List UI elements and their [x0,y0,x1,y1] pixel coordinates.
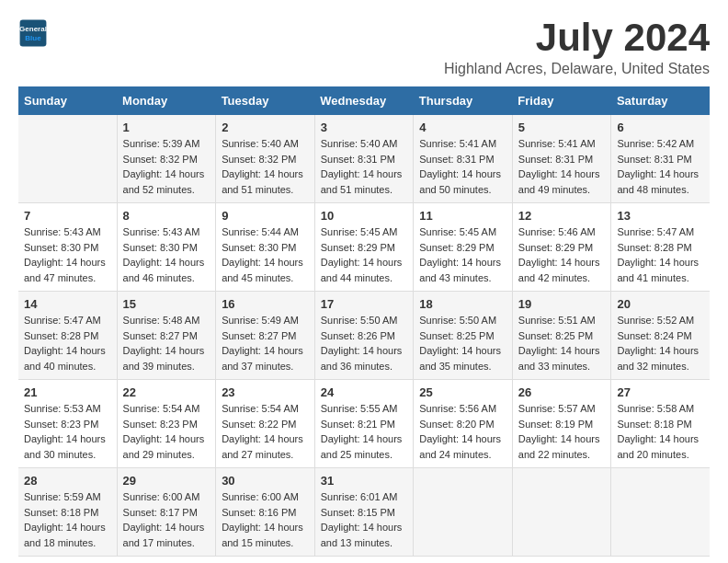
calendar-cell: 16Sunrise: 5:49 AMSunset: 8:27 PMDayligh… [216,292,315,380]
calendar-cell [18,115,117,203]
day-info: Sunrise: 6:00 AMSunset: 8:17 PMDaylight:… [123,489,210,550]
day-number: 8 [123,209,210,223]
day-number: 22 [123,385,210,399]
day-number: 6 [617,121,704,134]
day-info: Sunrise: 5:46 AMSunset: 8:29 PMDaylight:… [518,224,606,285]
calendar-cell [512,468,611,557]
calendar-week-row: 14Sunrise: 5:47 AMSunset: 8:28 PMDayligh… [18,292,710,380]
calendar-cell: 13Sunrise: 5:47 AMSunset: 8:28 PMDayligh… [611,203,710,292]
day-info: Sunrise: 5:52 AMSunset: 8:24 PMDaylight:… [617,313,704,373]
calendar-header-row: SundayMondayTuesdayWednesdayThursdayFrid… [18,86,710,115]
calendar-cell: 23Sunrise: 5:54 AMSunset: 8:22 PMDayligh… [216,380,315,468]
day-number: 17 [321,297,408,311]
day-info: Sunrise: 5:41 AMSunset: 8:31 PMDaylight:… [518,136,606,197]
page-header: General Blue July 2024 Highland Acres, D… [18,18,710,77]
day-number: 10 [321,209,408,223]
calendar-cell: 21Sunrise: 5:53 AMSunset: 8:23 PMDayligh… [18,380,117,468]
day-number: 2 [222,121,309,134]
logo: General Blue [18,18,48,48]
column-header-sunday: Sunday [18,86,117,115]
day-info: Sunrise: 5:39 AMSunset: 8:32 PMDaylight:… [123,136,210,197]
calendar-cell: 10Sunrise: 5:45 AMSunset: 8:29 PMDayligh… [314,203,414,292]
day-info: Sunrise: 5:56 AMSunset: 8:20 PMDaylight:… [419,401,506,462]
calendar-cell: 7Sunrise: 5:43 AMSunset: 8:30 PMDaylight… [18,203,117,292]
day-number: 30 [222,474,309,488]
day-info: Sunrise: 5:45 AMSunset: 8:29 PMDaylight:… [419,224,506,285]
day-number: 14 [24,297,111,311]
day-info: Sunrise: 5:51 AMSunset: 8:25 PMDaylight:… [518,313,606,373]
day-info: Sunrise: 5:49 AMSunset: 8:27 PMDaylight:… [222,313,309,373]
day-info: Sunrise: 5:43 AMSunset: 8:30 PMDaylight:… [123,224,210,285]
day-info: Sunrise: 5:47 AMSunset: 8:28 PMDaylight:… [24,313,111,373]
calendar-cell: 2Sunrise: 5:40 AMSunset: 8:32 PMDaylight… [216,115,315,203]
column-header-thursday: Thursday [414,86,513,115]
day-number: 20 [617,297,704,311]
location-subtitle: Highland Acres, Delaware, United States [444,61,710,77]
calendar-cell: 20Sunrise: 5:52 AMSunset: 8:24 PMDayligh… [611,292,710,380]
day-info: Sunrise: 5:44 AMSunset: 8:30 PMDaylight:… [222,224,309,285]
day-number: 3 [321,121,408,134]
day-number: 26 [518,385,606,399]
day-info: Sunrise: 5:53 AMSunset: 8:23 PMDaylight:… [24,401,111,462]
logo-icon: General Blue [18,18,48,48]
calendar-cell: 15Sunrise: 5:48 AMSunset: 8:27 PMDayligh… [117,292,216,380]
calendar-cell: 6Sunrise: 5:42 AMSunset: 8:31 PMDaylight… [611,115,710,203]
svg-text:Blue: Blue [25,34,41,42]
day-number: 16 [222,297,309,311]
calendar-cell [611,468,710,557]
calendar-week-row: 1Sunrise: 5:39 AMSunset: 8:32 PMDaylight… [18,115,710,203]
column-header-monday: Monday [117,86,216,115]
calendar-cell: 5Sunrise: 5:41 AMSunset: 8:31 PMDaylight… [512,115,611,203]
day-info: Sunrise: 5:41 AMSunset: 8:31 PMDaylight:… [419,136,506,197]
day-number: 12 [518,209,606,223]
day-info: Sunrise: 5:40 AMSunset: 8:31 PMDaylight:… [321,136,408,197]
calendar-cell: 1Sunrise: 5:39 AMSunset: 8:32 PMDaylight… [117,115,216,203]
day-info: Sunrise: 5:57 AMSunset: 8:19 PMDaylight:… [518,401,606,462]
calendar-cell: 4Sunrise: 5:41 AMSunset: 8:31 PMDaylight… [414,115,513,203]
calendar-cell: 19Sunrise: 5:51 AMSunset: 8:25 PMDayligh… [512,292,611,380]
day-number: 31 [321,474,408,488]
calendar-cell: 22Sunrise: 5:54 AMSunset: 8:23 PMDayligh… [117,380,216,468]
day-info: Sunrise: 5:47 AMSunset: 8:28 PMDaylight:… [617,224,704,285]
day-info: Sunrise: 5:42 AMSunset: 8:31 PMDaylight:… [617,136,704,197]
day-number: 19 [518,297,606,311]
calendar-week-row: 28Sunrise: 5:59 AMSunset: 8:18 PMDayligh… [18,468,710,557]
column-header-saturday: Saturday [611,86,710,115]
day-info: Sunrise: 5:50 AMSunset: 8:26 PMDaylight:… [321,313,408,373]
day-number: 15 [123,297,210,311]
day-number: 5 [518,121,606,134]
calendar-cell: 29Sunrise: 6:00 AMSunset: 8:17 PMDayligh… [117,468,216,557]
calendar-cell: 9Sunrise: 5:44 AMSunset: 8:30 PMDaylight… [216,203,315,292]
day-number: 18 [419,297,506,311]
day-number: 11 [419,209,506,223]
day-info: Sunrise: 5:50 AMSunset: 8:25 PMDaylight:… [419,313,506,373]
calendar-cell: 14Sunrise: 5:47 AMSunset: 8:28 PMDayligh… [18,292,117,380]
calendar-cell: 18Sunrise: 5:50 AMSunset: 8:25 PMDayligh… [414,292,513,380]
day-number: 24 [321,385,408,399]
day-info: Sunrise: 5:40 AMSunset: 8:32 PMDaylight:… [222,136,309,197]
calendar-week-row: 21Sunrise: 5:53 AMSunset: 8:23 PMDayligh… [18,380,710,468]
day-number: 13 [617,209,704,223]
day-info: Sunrise: 6:01 AMSunset: 8:15 PMDaylight:… [321,489,408,550]
column-header-wednesday: Wednesday [314,86,414,115]
day-number: 7 [24,209,111,223]
title-section: July 2024 Highland Acres, Delaware, Unit… [444,18,710,77]
day-info: Sunrise: 5:45 AMSunset: 8:29 PMDaylight:… [321,224,408,285]
day-number: 25 [419,385,506,399]
day-info: Sunrise: 5:48 AMSunset: 8:27 PMDaylight:… [123,313,210,373]
day-number: 23 [222,385,309,399]
calendar-cell: 25Sunrise: 5:56 AMSunset: 8:20 PMDayligh… [414,380,513,468]
column-header-tuesday: Tuesday [216,86,315,115]
day-number: 27 [617,385,704,399]
calendar-cell: 11Sunrise: 5:45 AMSunset: 8:29 PMDayligh… [414,203,513,292]
svg-text:General: General [19,25,47,33]
day-info: Sunrise: 5:43 AMSunset: 8:30 PMDaylight:… [24,224,111,285]
day-number: 4 [419,121,506,134]
day-info: Sunrise: 5:58 AMSunset: 8:18 PMDaylight:… [617,401,704,462]
calendar-cell: 27Sunrise: 5:58 AMSunset: 8:18 PMDayligh… [611,380,710,468]
calendar-cell: 17Sunrise: 5:50 AMSunset: 8:26 PMDayligh… [314,292,414,380]
month-year-title: July 2024 [444,18,710,57]
day-info: Sunrise: 5:54 AMSunset: 8:23 PMDaylight:… [123,401,210,462]
calendar-cell [414,468,513,557]
column-header-friday: Friday [512,86,611,115]
